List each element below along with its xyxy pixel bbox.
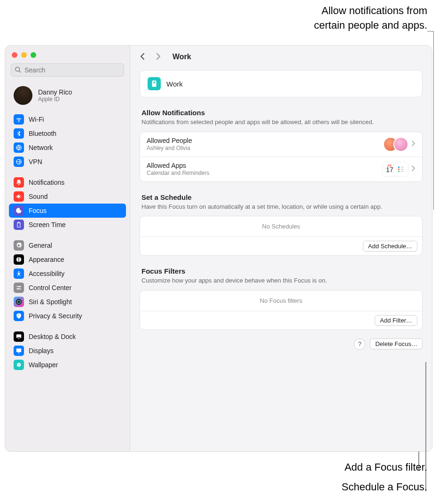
sidebar-item-vpn[interactable]: VPN (9, 155, 126, 169)
back-button[interactable] (140, 52, 145, 63)
focus-name: Work (166, 80, 183, 88)
notifications-icon (14, 177, 24, 188)
sidebar-item-wallpaper[interactable]: Wallpaper (9, 358, 126, 372)
people-avatars (383, 137, 408, 152)
svg-rect-26 (400, 171, 404, 172)
sidebar-item-label: Displays (29, 347, 54, 354)
sidebar-item-screen-time[interactable]: Screen Time (9, 218, 126, 232)
sidebar-item-label: Wallpaper (29, 361, 58, 369)
minimize-button[interactable] (21, 52, 27, 58)
svg-rect-7 (16, 288, 21, 289)
annotation-add-filter: Add a Focus filter. (345, 460, 427, 475)
svg-rect-13 (17, 337, 21, 338)
sidebar-item-label: VPN (29, 158, 42, 165)
focus-icon (14, 205, 24, 216)
schedule-section: Set a Schedule Have this Focus turn on a… (140, 193, 423, 256)
svg-point-8 (17, 286, 18, 287)
svg-point-21 (398, 166, 400, 168)
annotation-allow-notifications: Allow notifications from certain people … (314, 4, 427, 33)
sidebar-item-label: Screen Time (29, 221, 66, 228)
search-input[interactable] (11, 63, 124, 77)
chevron-right-icon (411, 140, 415, 149)
svg-rect-24 (400, 166, 404, 167)
account-row[interactable]: Danny Rico Apple ID (5, 80, 130, 112)
svg-rect-16 (18, 353, 20, 353)
sidebar-item-privacy-security[interactable]: Privacy & Security (9, 309, 126, 323)
sidebar-item-control-center[interactable]: Control Center (9, 281, 126, 295)
sidebar-item-desktop-dock[interactable]: Desktop & Dock (9, 330, 126, 344)
sidebar-item-sound[interactable]: Sound (9, 189, 126, 204)
sidebar-item-accessibility[interactable]: Accessibility (9, 267, 126, 281)
allowed-apps-title: Allowed Apps (147, 162, 382, 169)
main-pane: Work Work Allow Notifications Notificati… (130, 46, 432, 451)
sidebar-item-label: Notifications (29, 179, 64, 186)
sidebar-item-label: Sound (29, 193, 47, 200)
svg-rect-19 (152, 80, 157, 87)
appearance-icon (14, 254, 24, 265)
fullscreen-button[interactable] (31, 52, 36, 58)
filters-section: Focus Filters Customize how your apps an… (140, 267, 423, 330)
window-controls (5, 49, 130, 61)
filters-desc: Customize how your apps and device behav… (140, 275, 423, 290)
screen-time-icon (14, 220, 24, 230)
forward-button[interactable] (156, 52, 161, 63)
sidebar-item-label: Wi-Fi (29, 116, 44, 123)
sidebar-item-notifications[interactable]: Notifications (9, 175, 126, 189)
close-button[interactable] (12, 52, 17, 58)
sidebar-item-bluetooth[interactable]: Bluetooth (9, 126, 126, 141)
annotation-schedule-focus: Schedule a Focus. (342, 480, 427, 495)
sidebar-item-network[interactable]: Network (9, 141, 126, 155)
svg-point-9 (19, 288, 20, 289)
svg-rect-15 (16, 348, 22, 352)
sidebar-item-label: Network (29, 144, 53, 151)
sidebar-item-label: Accessibility (29, 270, 64, 277)
sidebar-navigation: Wi-FiBluetoothNetworkVPNNotificationsSou… (5, 112, 130, 382)
svg-rect-25 (400, 169, 404, 170)
focus-header-card[interactable]: Work (140, 70, 423, 97)
focus-icon (148, 77, 161, 90)
sound-icon (14, 191, 24, 202)
add-schedule-button[interactable]: Add Schedule… (363, 241, 417, 252)
sidebar-item-label: Siri & Spotlight (29, 298, 72, 306)
wallpaper-icon (14, 360, 24, 370)
sidebar: Danny Rico Apple ID Wi-FiBluetoothNetwor… (5, 46, 130, 451)
account-subtitle: Apple ID (38, 96, 72, 102)
allowed-apps-row[interactable]: Allowed Apps Calendar and Reminders JUL … (140, 157, 422, 181)
svg-point-5 (18, 271, 19, 272)
sidebar-item-wi-fi[interactable]: Wi-Fi (9, 112, 126, 126)
svg-rect-20 (154, 82, 155, 84)
sidebar-item-displays[interactable]: Displays (9, 344, 126, 358)
avatar (14, 86, 32, 105)
sidebar-item-siri-spotlight[interactable]: Siri & Spotlight (9, 295, 126, 309)
sidebar-item-label: Bluetooth (29, 130, 56, 137)
search-field[interactable] (11, 63, 124, 77)
svg-rect-14 (18, 339, 19, 339)
sidebar-item-appearance[interactable]: Appearance (9, 252, 126, 267)
allowed-people-row[interactable]: Allowed People Ashley and Olivia (140, 132, 422, 157)
bluetooth-icon (14, 128, 24, 139)
svg-point-22 (398, 168, 400, 170)
sidebar-item-general[interactable]: General (9, 238, 126, 252)
sidebar-item-focus[interactable]: Focus (9, 204, 126, 218)
siri-spotlight-icon (14, 297, 24, 307)
add-filter-button[interactable]: Add Filter… (375, 315, 417, 326)
sidebar-item-label: Privacy & Security (29, 312, 82, 320)
reminders-app-icon (393, 162, 408, 177)
sidebar-item-label: Appearance (29, 256, 64, 263)
allow-desc: Notifications from selected people and a… (140, 117, 423, 132)
accessibility-icon (14, 268, 24, 279)
allowed-people-sub: Ashley and Olivia (147, 145, 383, 151)
chevron-right-icon (411, 165, 415, 174)
help-button[interactable]: ? (354, 339, 365, 350)
network-icon (14, 142, 24, 153)
sidebar-item-label: Control Center (29, 284, 71, 291)
desktop-dock-icon (14, 331, 24, 342)
allowed-apps-sub: Calendar and Reminders (147, 170, 382, 176)
delete-focus-button[interactable]: Delete Focus… (370, 339, 423, 349)
general-icon (14, 240, 24, 251)
sidebar-item-label: Desktop & Dock (29, 333, 76, 340)
avatar-olivia (393, 137, 408, 152)
sidebar-item-label: General (29, 242, 52, 249)
filters-title: Focus Filters (140, 267, 423, 275)
page-title: Work (172, 53, 191, 61)
